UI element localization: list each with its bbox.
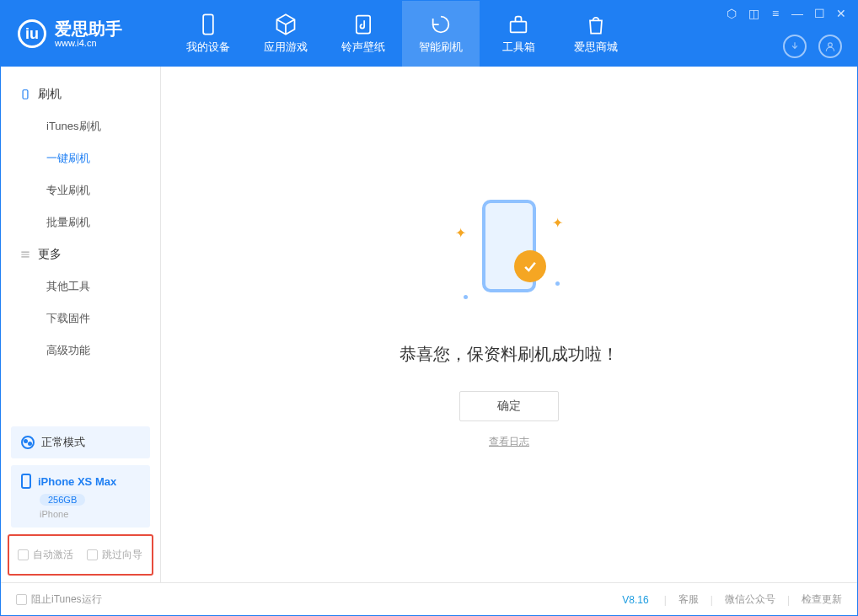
- view-log-link[interactable]: 查看日志: [489, 435, 529, 449]
- header-actions: [783, 35, 842, 58]
- footer: 阻止iTunes运行 V8.16 | 客服 | 微信公众号 | 检查更新: [1, 582, 857, 616]
- success-illustration: ✦ ✦: [442, 200, 576, 309]
- svg-rect-2: [511, 22, 527, 33]
- sidebar-item-other-tools[interactable]: 其他工具: [1, 271, 160, 303]
- shopping-bag-icon: [584, 13, 608, 36]
- sidebar-group-more: 更多: [1, 238, 160, 271]
- checkbox-icon: [18, 549, 29, 560]
- sidebar-item-pro-flash[interactable]: 专业刷机: [1, 174, 160, 206]
- dot-icon: [555, 281, 560, 286]
- device-phone-icon: [21, 474, 31, 489]
- list-icon: [19, 249, 31, 260]
- close-button[interactable]: ✕: [835, 8, 847, 19]
- sync-icon[interactable]: ◫: [748, 8, 759, 19]
- cube-icon: [274, 13, 298, 36]
- sparkle-icon: ✦: [455, 225, 466, 241]
- svg-rect-0: [203, 14, 213, 34]
- footer-update-link[interactable]: 检查更新: [802, 592, 842, 607]
- main-content: ✦ ✦ 恭喜您，保资料刷机成功啦！ 确定 查看日志: [161, 67, 857, 582]
- phone-icon: [196, 13, 220, 36]
- device-type: iPhone: [40, 509, 140, 519]
- mode-label: 正常模式: [41, 435, 85, 450]
- music-file-icon: [351, 13, 375, 36]
- logo-icon: iu: [18, 19, 46, 48]
- mode-icon: [21, 436, 35, 449]
- mode-box[interactable]: 正常模式: [11, 426, 150, 458]
- phone-icon: [19, 88, 31, 100]
- svg-point-3: [829, 43, 833, 47]
- download-icon: [789, 40, 801, 52]
- tab-toolbox[interactable]: 工具箱: [480, 1, 557, 67]
- tab-label: 铃声壁纸: [341, 40, 385, 55]
- sidebar-item-batch-flash[interactable]: 批量刷机: [1, 206, 160, 238]
- tab-apps-games[interactable]: 应用游戏: [247, 1, 324, 67]
- user-icon: [824, 40, 836, 52]
- success-message: 恭喜您，保资料刷机成功啦！: [400, 343, 619, 366]
- tab-label: 爱思商城: [574, 40, 618, 55]
- tab-label: 应用游戏: [264, 40, 308, 55]
- toolbox-icon: [507, 13, 530, 36]
- sidebar-item-oneclick-flash[interactable]: 一键刷机: [1, 142, 160, 174]
- footer-wechat-link[interactable]: 微信公众号: [725, 592, 775, 607]
- device-box[interactable]: iPhone XS Max 256GB iPhone: [11, 465, 150, 528]
- checkbox-icon: [16, 594, 27, 605]
- tab-label: 智能刷机: [419, 40, 463, 55]
- version-label: V8.16: [622, 594, 648, 606]
- svg-rect-4: [23, 90, 28, 99]
- sidebar-item-itunes-flash[interactable]: iTunes刷机: [1, 110, 160, 142]
- checkbox-block-itunes[interactable]: 阻止iTunes运行: [16, 592, 102, 607]
- checkbox-icon: [87, 549, 98, 560]
- app-site: www.i4.cn: [55, 38, 122, 48]
- app-header: iu 爱思助手 www.i4.cn 我的设备 应用游戏 铃声壁纸 智能刷机 工具…: [1, 1, 857, 67]
- sparkle-icon: ✦: [552, 215, 563, 231]
- account-button[interactable]: [818, 35, 842, 58]
- download-button[interactable]: [783, 35, 807, 58]
- minimize-button[interactable]: —: [791, 8, 803, 19]
- sidebar-group-flash: 刷机: [1, 78, 160, 110]
- sidebar-item-download-firmware[interactable]: 下载固件: [1, 303, 160, 335]
- device-storage: 256GB: [40, 494, 85, 506]
- sidebar: 刷机 iTunes刷机 一键刷机 专业刷机 批量刷机 更多 其他工具 下载固件 …: [1, 67, 161, 582]
- checkbox-auto-activate[interactable]: 自动激活: [18, 548, 73, 562]
- window-controls: ⬡ ◫ ≡ — ☐ ✕: [726, 8, 847, 19]
- tab-label: 我的设备: [186, 40, 230, 55]
- shield-refresh-icon: [429, 13, 453, 36]
- tshirt-icon[interactable]: ⬡: [726, 8, 737, 19]
- logo: iu 爱思助手 www.i4.cn: [1, 19, 169, 48]
- tab-store[interactable]: 爱思商城: [557, 1, 635, 67]
- maximize-button[interactable]: ☐: [813, 8, 825, 19]
- checkbox-skip-guide[interactable]: 跳过向导: [87, 548, 142, 562]
- header-tabs: 我的设备 应用游戏 铃声壁纸 智能刷机 工具箱 爱思商城: [169, 1, 635, 67]
- tab-ringtone-wallpaper[interactable]: 铃声壁纸: [324, 1, 402, 67]
- options-row: 自动激活 跳过向导: [8, 534, 153, 576]
- app-name: 爱思助手: [55, 19, 122, 38]
- check-badge-icon: [514, 250, 546, 282]
- confirm-button[interactable]: 确定: [459, 391, 559, 421]
- device-name: iPhone XS Max: [38, 475, 116, 488]
- tab-my-device[interactable]: 我的设备: [169, 1, 247, 67]
- dot-icon: [464, 295, 468, 299]
- tab-smart-flash[interactable]: 智能刷机: [402, 1, 480, 67]
- sidebar-item-advanced[interactable]: 高级功能: [1, 335, 160, 367]
- footer-support-link[interactable]: 客服: [678, 592, 699, 607]
- menu-icon[interactable]: ≡: [770, 8, 781, 19]
- svg-rect-1: [357, 16, 370, 34]
- tab-label: 工具箱: [502, 40, 535, 55]
